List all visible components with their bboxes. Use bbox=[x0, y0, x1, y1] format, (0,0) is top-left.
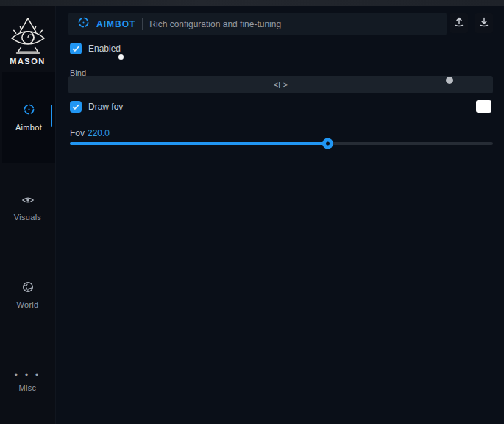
draw-fov-row: Draw fov bbox=[70, 101, 123, 113]
enabled-checkbox[interactable] bbox=[70, 43, 82, 54]
sidebar-item-label: Visuals bbox=[14, 213, 41, 222]
sidebar: MASON Aimbot Visuals bbox=[0, 6, 56, 424]
draw-fov-label: Draw fov bbox=[88, 102, 123, 112]
sidebar-item-aimbot[interactable]: Aimbot bbox=[2, 72, 55, 163]
section-subtitle: Rich configuration and fine-tuning bbox=[149, 19, 281, 29]
sidebar-item-label: Misc bbox=[19, 384, 37, 392]
illuminati-eye-icon bbox=[0, 16, 55, 54]
fov-slider-handle[interactable] bbox=[322, 138, 333, 149]
download-config-button[interactable] bbox=[475, 13, 493, 33]
enabled-row: Enabled bbox=[70, 43, 121, 54]
ellipsis-icon: • • • bbox=[15, 372, 41, 379]
enabled-label: Enabled bbox=[88, 43, 121, 54]
eye-icon bbox=[21, 195, 35, 208]
sidebar-item-visuals[interactable]: Visuals bbox=[0, 183, 55, 234]
upload-icon bbox=[454, 17, 464, 29]
globe-icon bbox=[22, 281, 34, 296]
crosshair-icon bbox=[23, 103, 35, 119]
app-logo: MASON bbox=[0, 16, 55, 66]
mason-menu-window: MASON Aimbot Visuals bbox=[0, 0, 504, 424]
download-icon bbox=[479, 17, 489, 29]
sidebar-item-world[interactable]: World bbox=[0, 269, 55, 321]
sidebar-item-label: World bbox=[16, 300, 38, 309]
active-tab-indicator bbox=[51, 105, 52, 127]
section-title: AIMBOT bbox=[96, 19, 135, 29]
upload-config-button[interactable] bbox=[450, 13, 468, 33]
fov-slider[interactable] bbox=[70, 137, 493, 150]
draw-fov-checkbox[interactable] bbox=[70, 101, 82, 113]
main-panel: AIMBOT Rich configuration and fine-tunin… bbox=[56, 6, 504, 424]
section-header: AIMBOT Rich configuration and fine-tunin… bbox=[68, 13, 447, 35]
crosshair-icon bbox=[77, 16, 90, 32]
cursor-dot bbox=[118, 54, 124, 60]
fov-color-picker[interactable] bbox=[476, 100, 491, 113]
checkmark-icon bbox=[72, 42, 79, 55]
game-background-strip bbox=[0, 0, 504, 6]
logo-label: MASON bbox=[0, 57, 55, 66]
bind-value: <F> bbox=[274, 80, 288, 89]
header-divider bbox=[142, 18, 143, 30]
bind-input[interactable]: <F> bbox=[68, 76, 493, 93]
sidebar-item-label: Aimbot bbox=[15, 123, 42, 132]
checkmark-icon bbox=[72, 100, 79, 113]
sidebar-item-misc[interactable]: • • • Misc bbox=[0, 356, 55, 408]
cursor-dot bbox=[446, 77, 453, 84]
fov-slider-fill bbox=[70, 142, 328, 145]
